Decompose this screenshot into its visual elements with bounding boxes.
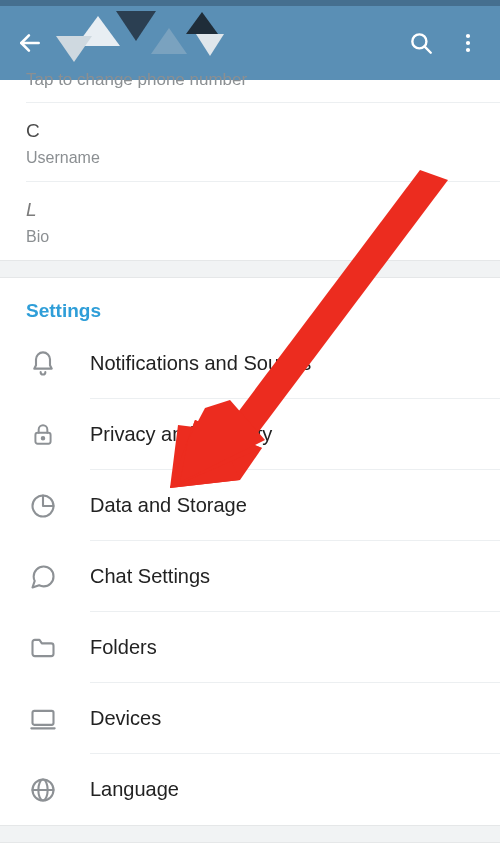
search-button[interactable] [408, 30, 434, 56]
avatar-fragment-icon [56, 36, 92, 62]
settings-item-label: Data and Storage [90, 494, 247, 517]
settings-item-folders[interactable]: Folders [0, 612, 500, 683]
username-value: C [26, 119, 474, 143]
arrow-left-icon [17, 30, 43, 56]
svg-rect-9 [33, 710, 54, 724]
avatar-fragment-icon [116, 11, 156, 41]
settings-item-chat[interactable]: Chat Settings [0, 541, 500, 612]
lock-icon [26, 418, 60, 452]
settings-item-privacy[interactable]: Privacy and Security [0, 399, 500, 470]
avatar-fragment-icon [196, 34, 224, 56]
back-button[interactable] [10, 23, 50, 63]
settings-item-language[interactable]: Language [0, 754, 500, 825]
avatar-fragment-icon [151, 28, 187, 54]
settings-section: Settings Notifications and Sounds Privac… [0, 278, 500, 825]
settings-header: Settings [0, 278, 500, 328]
settings-item-label: Notifications and Sounds [90, 352, 311, 375]
svg-point-5 [466, 48, 470, 52]
more-button[interactable] [456, 31, 480, 55]
section-gap [0, 260, 500, 278]
settings-item-notifications[interactable]: Notifications and Sounds [0, 328, 500, 399]
phone-hint: Tap to change phone number [0, 69, 500, 91]
section-gap [0, 825, 500, 843]
settings-item-label: Language [90, 778, 179, 801]
chat-bubble-icon [26, 560, 60, 594]
globe-icon [26, 773, 60, 807]
svg-point-4 [466, 41, 470, 45]
settings-item-label: Folders [90, 636, 157, 659]
folder-icon [26, 631, 60, 665]
svg-line-2 [424, 46, 430, 52]
bell-icon [26, 347, 60, 381]
settings-list: Notifications and Sounds Privacy and Sec… [0, 328, 500, 825]
svg-point-3 [466, 34, 470, 38]
bio-row[interactable]: L Bio [0, 182, 500, 260]
settings-item-label: Devices [90, 707, 161, 730]
device-icon [26, 702, 60, 736]
settings-item-label: Chat Settings [90, 565, 210, 588]
pie-chart-icon [26, 489, 60, 523]
username-row[interactable]: C Username [0, 103, 500, 181]
avatar-fragment-icon [186, 12, 218, 34]
settings-item-label: Privacy and Security [90, 423, 272, 446]
settings-item-data[interactable]: Data and Storage [0, 470, 500, 541]
bio-value: L [26, 198, 474, 222]
profile-section: Tap to change phone number C Username L … [0, 80, 500, 260]
settings-item-devices[interactable]: Devices [0, 683, 500, 754]
bio-label: Bio [26, 228, 474, 246]
svg-point-7 [42, 436, 45, 439]
search-icon [408, 30, 434, 56]
more-vertical-icon [456, 31, 480, 55]
username-label: Username [26, 149, 474, 167]
